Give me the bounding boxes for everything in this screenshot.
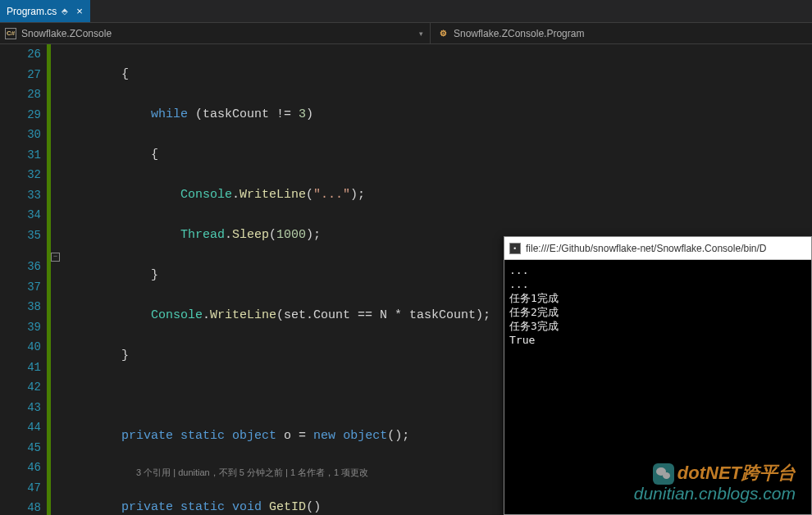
fold-toggle[interactable]: − — [51, 253, 60, 262]
console-titlebar[interactable]: ▪ file:///E:/Github/snowflake-net/Snowfl… — [504, 237, 811, 260]
console-body[interactable]: ... ... 任务1完成 任务2完成 任务3完成 True — [504, 260, 811, 514]
file-tab-program[interactable]: Program.cs ⬘ × — [0, 0, 90, 22]
csharp-class-icon: C# — [5, 28, 16, 39]
close-icon[interactable]: × — [76, 5, 83, 17]
nav-scope-class[interactable]: C# Snowflake.ZConsole ▾ — [0, 23, 431, 43]
console-line: 任务1完成 — [509, 292, 559, 304]
console-line: 任务2完成 — [509, 306, 559, 318]
console-line: True — [509, 334, 535, 346]
nav-class-text: Snowflake.ZConsole — [21, 28, 112, 39]
console-line: 任务3完成 — [509, 320, 559, 332]
method-icon: ⚙ — [437, 28, 449, 39]
console-title-text: file:///E:/Github/snowflake-net/Snowflak… — [526, 243, 766, 254]
navigation-bar: C# Snowflake.ZConsole ▾ ⚙ Snowflake.ZCon… — [0, 23, 812, 44]
chevron-down-icon: ▾ — [419, 30, 423, 38]
code-line: while (taskCount != 3) — [62, 105, 812, 125]
pin-icon[interactable]: ⬘ — [62, 7, 68, 16]
tab-bar: Program.cs ⬘ × — [0, 0, 812, 23]
console-app-icon: ▪ — [509, 243, 521, 254]
code-line: { — [62, 65, 812, 85]
tab-filename: Program.cs — [7, 6, 57, 17]
change-indicator — [47, 44, 51, 515]
console-output-window[interactable]: ▪ file:///E:/Github/snowflake-net/Snowfl… — [504, 236, 812, 515]
nav-scope-member[interactable]: ⚙ Snowflake.ZConsole.Program — [431, 23, 812, 43]
line-number-gutter: 26272829 30313233 3435 36373839 40414243… — [0, 44, 51, 515]
console-line: ... — [509, 264, 528, 276]
code-line: { — [62, 145, 812, 166]
nav-member-text: Snowflake.ZConsole.Program — [454, 28, 584, 39]
console-line: ... — [509, 278, 528, 290]
code-line: Console.WriteLine("..."); — [62, 185, 812, 206]
